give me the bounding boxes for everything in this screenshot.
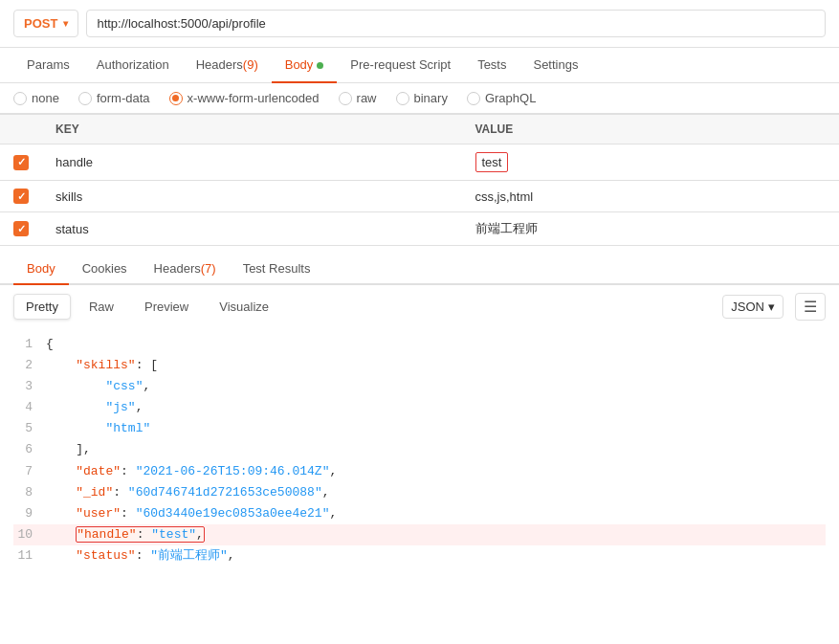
chevron-down-icon: ▾ [768, 300, 775, 314]
format-select[interactable]: JSON ▾ [722, 295, 784, 319]
key-header: KEY [42, 115, 462, 144]
response-tab-test-results[interactable]: Test Results [230, 254, 324, 285]
form-table: KEY VALUE handle test skills css,js,html… [0, 114, 839, 246]
checkbox-3[interactable] [13, 221, 29, 236]
response-tab-body[interactable]: Body [13, 254, 69, 285]
view-tab-pretty[interactable]: Pretty [13, 294, 71, 320]
row-check-1[interactable] [0, 144, 42, 181]
radio-urlencoded[interactable]: x-www-form-urlencoded [169, 91, 320, 105]
response-tab-cookies[interactable]: Cookies [69, 254, 141, 285]
body-type-row: none form-data x-www-form-urlencoded raw… [0, 83, 839, 114]
radio-binary[interactable]: binary [396, 91, 448, 105]
tab-params[interactable]: Params [13, 48, 83, 83]
response-tabs: Body Cookies Headers(7) Test Results [0, 248, 839, 285]
row-check-2[interactable] [0, 181, 42, 212]
radio-circle-binary [396, 92, 409, 105]
json-line-5: 5 "html" [13, 418, 826, 439]
tab-tests[interactable]: Tests [464, 48, 519, 83]
tab-headers[interactable]: Headers(9) [183, 48, 272, 83]
body-dot [317, 62, 323, 69]
json-line-7: 7 "date": "2021-06-26T15:09:46.014Z", [13, 461, 826, 482]
key-cell-3: status [42, 212, 462, 246]
json-line-8: 8 "_id": "60d746741d2721653ce50088", [13, 482, 826, 503]
chevron-down-icon: ▾ [63, 18, 68, 29]
radio-form-data[interactable]: form-data [78, 91, 150, 105]
key-cell-2: skills [42, 181, 462, 212]
table-row: status 前端工程师 [0, 212, 839, 246]
json-line-4: 4 "js", [13, 397, 826, 418]
tab-settings[interactable]: Settings [519, 48, 591, 83]
row-check-3[interactable] [0, 212, 42, 246]
tab-pre-request-script[interactable]: Pre-request Script [337, 48, 464, 83]
radio-circle-graphql [467, 92, 480, 105]
radio-circle-none [13, 92, 27, 105]
radio-circle-raw [339, 92, 352, 105]
key-cell-1: handle [42, 144, 462, 181]
tab-authorization[interactable]: Authorization [83, 48, 183, 83]
json-line-2: 2 "skills": [ [13, 355, 826, 376]
wrap-button[interactable]: ☰ [795, 293, 826, 321]
table-row: handle test [0, 144, 839, 181]
view-tab-raw[interactable]: Raw [77, 294, 126, 320]
view-tab-visualize[interactable]: Visualize [207, 294, 281, 320]
wrap-icon: ☰ [804, 298, 817, 316]
radio-graphql[interactable]: GraphQL [467, 91, 536, 105]
method-select[interactable]: POST ▾ [13, 10, 78, 37]
view-tabs: Pretty Raw Preview Visualize JSON ▾ ☰ [0, 285, 839, 328]
tab-body[interactable]: Body [272, 48, 338, 83]
url-bar: POST ▾ [0, 0, 839, 48]
response-tab-headers[interactable]: Headers(7) [141, 254, 230, 285]
json-line-9: 9 "user": "60d3440e19ec0853a0ee4e21", [13, 503, 826, 524]
checkbox-2[interactable] [13, 189, 29, 204]
json-line-6: 6 ], [13, 439, 826, 460]
value-cell-3: 前端工程师 [462, 212, 840, 246]
nav-tabs: Params Authorization Headers(9) Body Pre… [0, 48, 839, 83]
json-line-11: 11 "status": "前端工程师", [13, 545, 826, 566]
value-cell-2: css,js,html [462, 181, 840, 212]
checkbox-1[interactable] [13, 155, 29, 170]
radio-raw[interactable]: raw [339, 91, 377, 105]
table-row: skills css,js,html [0, 181, 839, 212]
json-line-10: 10 "handle": "test", [13, 524, 826, 545]
value-cell-1: test [462, 144, 840, 181]
radio-circle-urlencoded [169, 92, 183, 105]
radio-circle-form-data [78, 92, 92, 105]
json-line-3: 3 "css", [13, 376, 826, 397]
value-header: VALUE [462, 115, 840, 144]
view-tab-preview[interactable]: Preview [132, 294, 201, 320]
method-label: POST [24, 16, 57, 31]
json-line-1: 1 { [13, 334, 826, 355]
url-input[interactable] [86, 10, 826, 37]
value-highlight-1: test [475, 152, 509, 172]
json-view: 1 { 2 "skills": [ 3 "css", 4 "js", 5 "ht… [0, 328, 839, 576]
check-header [0, 115, 42, 144]
radio-none[interactable]: none [13, 91, 59, 105]
